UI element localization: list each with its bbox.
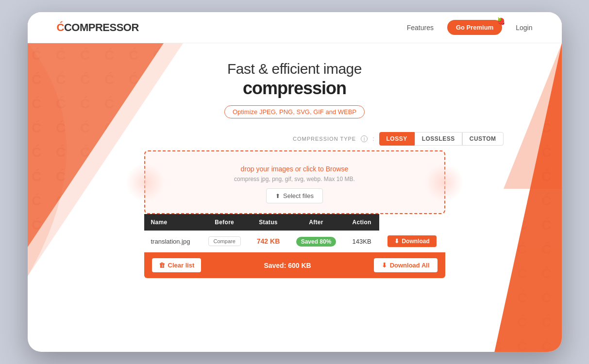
compression-info-icon[interactable]: i <box>361 135 368 142</box>
col-action: Action <box>345 214 379 231</box>
hero-subtitle: Fast & efficient image <box>28 61 562 77</box>
drop-zone-deco-left <box>126 163 165 202</box>
table-row: translation.jpg Compare 742 KB Saved 80%… <box>144 231 445 252</box>
compare-button[interactable]: Compare <box>208 236 241 246</box>
before-size-cell: 742 KB <box>249 231 288 252</box>
file-table: Name Before Status After Action translat… <box>144 214 445 252</box>
after-size-cell: 143KB <box>345 231 379 252</box>
upload-icon: ⬆ <box>275 193 280 199</box>
go-premium-button[interactable]: Go Premium <box>447 20 502 35</box>
navbar: ĆCOMPRESSOR Features Go Premium Login <box>28 12 562 43</box>
before-size: 742 KB <box>257 237 280 245</box>
saved-amount: Saved: 600 KB <box>264 262 311 269</box>
action-cell: ⬇ Download <box>379 231 445 252</box>
colon-separator: : <box>372 135 374 142</box>
nav-right: Features Go Premium Login <box>407 20 533 35</box>
download-all-icon: ⬇ <box>382 262 387 269</box>
download-all-button[interactable]: ⬇ Download All <box>374 258 438 272</box>
trash-icon: 🗑 <box>159 262 165 269</box>
file-name: translation.jpg <box>144 231 200 252</box>
footer-bar: 🗑 Clear list Saved: 600 KB ⬇ Download Al… <box>144 252 445 278</box>
table-header-row: Name Before Status After Action <box>144 214 445 231</box>
download-label: Download <box>402 238 429 245</box>
drop-zone-sub-text: compress jpg, png, gif, svg, webp. Max 1… <box>155 176 435 182</box>
login-link[interactable]: Login <box>516 24 532 32</box>
file-table-wrapper: Name Before Status After Action translat… <box>144 214 445 252</box>
compression-label: COMPRESSION TYPE <box>293 136 356 142</box>
select-files-button[interactable]: ⬆ Select files <box>266 188 323 203</box>
col-name: Name <box>144 214 200 231</box>
drop-zone[interactable]: drop your images or click to Browse comp… <box>144 150 445 214</box>
download-all-label: Download All <box>390 262 430 269</box>
logo-c: Ć <box>57 21 64 33</box>
download-icon: ⬇ <box>394 238 399 245</box>
status-badge: Saved 80% <box>296 237 337 247</box>
col-after: After <box>287 214 344 231</box>
compression-lossless-button[interactable]: LOSSLESS <box>415 132 462 146</box>
drop-zone-deco-right <box>425 163 464 202</box>
clear-list-button[interactable]: 🗑 Clear list <box>152 258 202 272</box>
compare-cell: Compare <box>200 231 249 252</box>
logo: ĆCOMPRESSOR <box>57 21 139 34</box>
hero-title: compression <box>28 78 562 99</box>
hero-section: Fast & efficient image compression Optim… <box>28 43 562 118</box>
clear-list-label: Clear list <box>168 262 195 269</box>
hero-badge: Optimize JPEG, PNG, SVG, GIF and WEBP <box>224 105 365 118</box>
col-before: Before <box>200 214 249 231</box>
compression-lossy-button[interactable]: LOSSY <box>379 132 415 146</box>
device-frame: ĆCOMPRESSOR Features Go Premium Login Ć <box>28 12 562 352</box>
main-content: Ć Ć <box>28 43 562 352</box>
download-button[interactable]: ⬇ Download <box>387 235 436 247</box>
status-cell: Saved 80% <box>287 231 344 252</box>
after-size: 143KB <box>353 238 371 245</box>
features-link[interactable]: Features <box>407 24 434 32</box>
logo-text: COMPRESSOR <box>64 21 139 33</box>
select-files-label: Select files <box>283 192 314 199</box>
drop-zone-main-text: drop your images or click to Browse <box>155 165 435 173</box>
drop-zone-wrapper: drop your images or click to Browse comp… <box>144 150 445 214</box>
col-status: Status <box>249 214 288 231</box>
